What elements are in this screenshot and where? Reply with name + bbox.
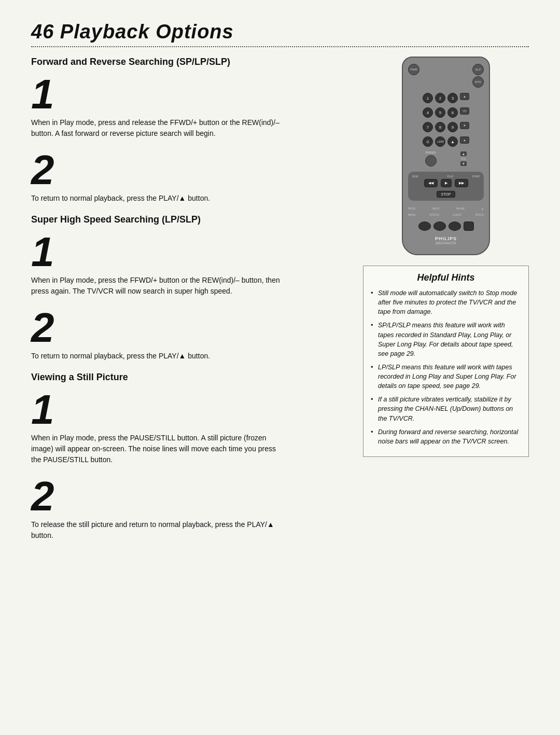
power-button[interactable]: PWR bbox=[408, 64, 419, 75]
section-heading-3: Viewing a Still Picture bbox=[31, 372, 347, 383]
vol-up-arrow[interactable]: ▲ bbox=[460, 151, 467, 156]
remote-control-container: PWR SLP MTE 1 2 3 ▲ 4 5 6 bbox=[363, 57, 529, 255]
pause-button[interactable] bbox=[449, 221, 461, 231]
num-btn-6[interactable]: 6 bbox=[447, 107, 458, 118]
step-2a-text: When in Play mode, press the FFWD/+ butt… bbox=[31, 275, 280, 297]
num-btn-1[interactable]: 1 bbox=[423, 93, 433, 103]
rew-button[interactable]: ◀◀ bbox=[424, 179, 438, 187]
vol-down-arrow[interactable]: ▼ bbox=[460, 161, 467, 166]
num-btn-8[interactable]: 8 bbox=[435, 122, 445, 132]
num-btn-100[interactable]: +100 bbox=[435, 136, 445, 147]
page-title: 46 Playback Options bbox=[31, 21, 529, 43]
step-3a-text: When in Play mode, press the PAUSE/STILL… bbox=[31, 433, 280, 465]
step-2a-number: 1 bbox=[31, 231, 347, 273]
ffwd-button[interactable]: ▶▶ bbox=[455, 179, 468, 187]
num-btn-7[interactable]: 7 bbox=[423, 122, 433, 132]
section-heading-2: Super High Speed Searching (LP/SLP) bbox=[31, 214, 347, 225]
speed-vol-row: SPEED ▲ VOL ▼ bbox=[408, 151, 484, 167]
num-btn-3[interactable]: 3 bbox=[447, 93, 458, 103]
transport-buttons-row: ◀◀ ▶ ▶▶ bbox=[412, 179, 480, 187]
remote-top-row: PWR SLP MTE bbox=[408, 64, 484, 88]
num-btn-0[interactable]: 0 bbox=[423, 136, 433, 147]
num-btn-up[interactable]: ▲ bbox=[447, 136, 458, 147]
step-1a-number: 1 bbox=[31, 74, 347, 115]
track-button[interactable] bbox=[464, 221, 474, 231]
play-control-area: REW PLAY FFWD ◀◀ ▶ ▶▶ STOP bbox=[408, 172, 484, 201]
vol-control: ▲ VOL ▼ bbox=[460, 151, 467, 166]
step-3b-text: To release the still picture and return … bbox=[31, 519, 280, 541]
step-2b-number: 2 bbox=[31, 307, 347, 349]
section-still-picture: Viewing a Still Picture 1 When in Play m… bbox=[31, 372, 347, 541]
num-btn-5[interactable]: 5 bbox=[435, 107, 445, 118]
prog-button[interactable] bbox=[418, 221, 431, 231]
num-btn-4[interactable]: 4 bbox=[423, 107, 433, 118]
hints-list: Still mode will automatically switch to … bbox=[371, 288, 521, 446]
input-button[interactable] bbox=[433, 221, 446, 231]
step-1a-text: When in Play mode, press and release the… bbox=[31, 117, 280, 139]
step-1b-text: To return to normal playback, press the … bbox=[31, 193, 280, 204]
helpful-hints-box: Helpful Hints Still mode will automatica… bbox=[363, 266, 529, 457]
numpad-row-3: 7 8 9 ▼ bbox=[408, 122, 484, 132]
channel-mid-btn[interactable]: CH bbox=[460, 107, 469, 115]
num-btn-2[interactable]: 2 bbox=[435, 93, 445, 103]
magnavox-logo: MAGNAVOX bbox=[435, 241, 457, 245]
hints-title: Helpful Hints bbox=[371, 272, 521, 283]
hint-item-2: SP/LP/SLP means this feature will work w… bbox=[371, 321, 521, 358]
right-column: PWR SLP MTE 1 2 3 ▲ 4 5 6 bbox=[363, 57, 529, 551]
hint-item-3: LP/SLP means this feature will work with… bbox=[371, 363, 521, 391]
mute-button[interactable]: MTE bbox=[472, 76, 484, 88]
step-2b-text: To return to normal playback, press the … bbox=[31, 351, 280, 362]
vol-up-btn[interactable]: ▲ bbox=[460, 136, 469, 144]
section-super-high-speed: Super High Speed Searching (LP/SLP) 1 Wh… bbox=[31, 214, 347, 362]
hint-item-4: If a still picture vibrates vertically, … bbox=[371, 395, 521, 423]
step-1b-number: 2 bbox=[31, 149, 347, 191]
step-3b-number: 2 bbox=[31, 476, 347, 517]
hint-item-5: During forward and reverse searching, ho… bbox=[371, 427, 521, 446]
main-content: Forward and Reverse Searching (SP/LP/SLP… bbox=[31, 57, 347, 551]
section-divider bbox=[31, 46, 529, 47]
numpad-row-1: 1 2 3 ▲ bbox=[408, 93, 484, 103]
section-heading-1: Forward and Reverse Searching (SP/LP/SLP… bbox=[31, 57, 347, 67]
num-btn-9[interactable]: 9 bbox=[447, 122, 458, 132]
speed-button[interactable] bbox=[425, 155, 437, 167]
remote-control: PWR SLP MTE 1 2 3 ▲ 4 5 6 bbox=[402, 57, 490, 255]
function-buttons-row bbox=[418, 221, 474, 231]
play-labels: REW PLAY FFWD bbox=[412, 175, 480, 178]
stop-button[interactable]: STOP bbox=[437, 191, 456, 198]
function-sublabels: MENUSTATUSCLEARTRACK bbox=[408, 213, 484, 216]
channel-up-btn[interactable]: ▲ bbox=[460, 93, 469, 100]
hint-item-1: Still mode will automatically switch to … bbox=[371, 288, 521, 316]
philips-logo: PHILIPS bbox=[435, 236, 457, 241]
remote-brand: PHILIPS MAGNAVOX bbox=[435, 236, 457, 245]
sleep-button[interactable]: SLP bbox=[472, 64, 484, 75]
numpad-row-4: 0 +100 ▲ ▲ bbox=[408, 136, 484, 147]
section-forward-reverse: Forward and Reverse Searching (SP/LP/SLP… bbox=[31, 57, 347, 204]
play-button[interactable]: ▶ bbox=[441, 179, 452, 187]
numpad-row-2: 4 5 6 CH bbox=[408, 107, 484, 118]
function-labels: PROGINPUTPAUSE▲ bbox=[408, 207, 484, 210]
channel-down-btn[interactable]: ▼ bbox=[460, 122, 469, 129]
step-3a-number: 1 bbox=[31, 389, 347, 431]
